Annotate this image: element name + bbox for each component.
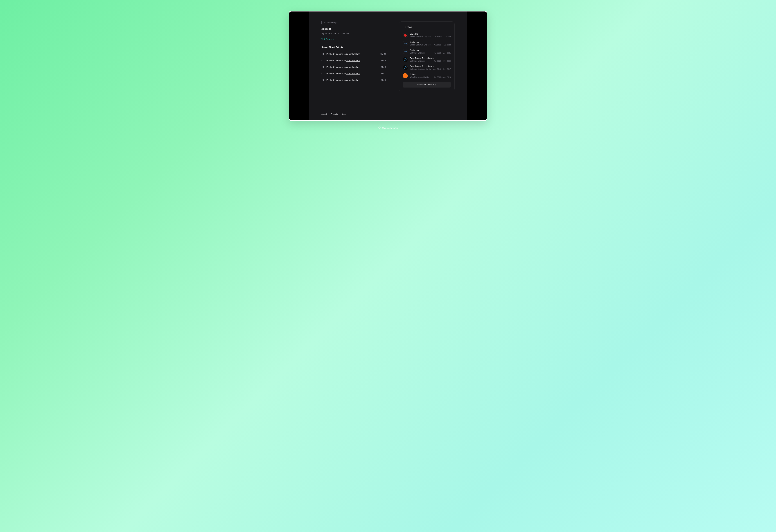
work-company: Datto, Inc. <box>410 49 451 51</box>
code-icon <box>322 72 324 75</box>
company-logo: datto <box>403 49 408 54</box>
activity-heading: Recent Github Activity <box>322 46 386 48</box>
work-item: cxtec CXtec Web Developer Co-Op Jun 2016… <box>403 73 451 78</box>
activity-item: Pushed 1 commit to zandoh/zclabs Mar 2 <box>322 79 386 81</box>
arrow-down-icon: ↓ <box>435 83 436 86</box>
arc-badge-text: Captured with Arc <box>382 127 398 129</box>
left-column: Featured Project zclabs.io My personal p… <box>322 21 386 102</box>
activity-text: Pushed 1 commit to zandoh/zclabs <box>326 79 379 81</box>
page-content: Featured Project zclabs.io My personal p… <box>309 11 467 120</box>
svg-rect-0 <box>403 26 405 28</box>
company-logo: datto <box>403 41 408 46</box>
work-item: datto Datto, Inc. Software Engineer Mar … <box>403 49 451 54</box>
activity-item: Pushed 1 commit to zandoh/zclabs Mar 12 <box>322 53 386 55</box>
activity-text: Pushed 1 commit to zandoh/zclabs <box>326 53 378 55</box>
work-card: Work Bryx, Inc. Senior Software Engineer… <box>399 21 454 92</box>
activity-date: Mar 2 <box>381 72 386 75</box>
work-dates: Oct 2022 — Present <box>435 36 451 38</box>
visit-project-link[interactable]: Visit Project › <box>322 38 334 40</box>
timeline-connector <box>323 56 323 58</box>
work-heading: Work <box>408 26 412 28</box>
footer-link-projects[interactable]: Projects <box>331 113 338 115</box>
project-title: zclabs.io <box>322 27 386 30</box>
work-dates: Jun 2016 — Aug 2016 <box>434 76 451 78</box>
activity-item: Pushed 1 commit to zandoh/zclabs Mar 5 <box>322 59 386 62</box>
download-resume-button[interactable]: Download résumé ↓ <box>403 82 451 87</box>
company-logo <box>403 33 408 38</box>
code-icon <box>322 66 324 68</box>
footer: AboutProjectsUses <box>309 108 467 120</box>
repo-link[interactable]: zandoh/zclabs <box>346 59 360 62</box>
work-role: Senior Software Engineer <box>410 36 431 38</box>
briefcase-icon <box>403 25 406 29</box>
browser-viewport: Featured Project zclabs.io My personal p… <box>289 11 487 120</box>
download-resume-label: Download résumé <box>417 83 434 86</box>
work-item: Bryx, Inc. Senior Software Engineer Oct … <box>403 33 451 38</box>
featured-label: Featured Project <box>322 21 386 24</box>
activity-item: Pushed 1 commit to zandoh/zclabs Mar 2 <box>322 72 386 75</box>
arc-badge: Captured with Arc <box>378 126 398 130</box>
work-role: Software Engineer <box>410 60 425 62</box>
activity-item: Pushed 1 commit to zandoh/zclabs Mar 2 <box>322 66 386 68</box>
footer-link-about[interactable]: About <box>322 113 327 115</box>
chevron-right-icon: › <box>333 38 334 40</box>
repo-link[interactable]: zandoh/zclabs <box>346 53 360 55</box>
activity-date: Mar 5 <box>381 59 386 62</box>
work-item: EagleDream Technologies Software Enginee… <box>403 65 451 70</box>
repo-link[interactable]: zandoh/zclabs <box>346 72 360 75</box>
browser-window-frame: Featured Project zclabs.io My personal p… <box>289 11 487 121</box>
activity-text: Pushed 1 commit to zandoh/zclabs <box>326 72 379 75</box>
work-company: EagleDream Technologies <box>410 65 451 67</box>
work-dates: Aug 2021 — Oct 2022 <box>434 44 451 46</box>
timeline-connector <box>323 75 323 78</box>
work-role: Senior Software Engineer <box>410 44 431 46</box>
work-list: Bryx, Inc. Senior Software Engineer Oct … <box>403 33 451 78</box>
repo-link[interactable]: zandoh/zclabs <box>346 66 360 68</box>
company-logo: cxtec <box>403 73 408 78</box>
company-logo <box>403 57 408 62</box>
work-role: Web Developer Co-Op <box>410 76 429 78</box>
timeline-connector <box>323 62 323 65</box>
work-company: Bryx, Inc. <box>410 33 451 35</box>
code-icon <box>322 79 324 81</box>
work-company: CXtec <box>410 73 451 75</box>
visit-project-text: Visit Project <box>322 38 332 40</box>
work-item: EagleDream Technologies Software Enginee… <box>403 57 451 62</box>
work-role: Software Engineer <box>410 52 425 54</box>
work-company: EagleDream Technologies <box>410 57 451 59</box>
activity-date: Mar 12 <box>380 53 386 55</box>
activity-date: Mar 2 <box>381 79 386 81</box>
work-dates: Aug 2016 — Dec 2017 <box>433 68 450 70</box>
code-icon <box>322 53 324 55</box>
activity-list: Pushed 1 commit to zandoh/zclabs Mar 12 … <box>322 53 386 81</box>
work-dates: Jan 2018 — Feb 2020 <box>434 60 451 62</box>
work-item: datto Datto, Inc. Senior Software Engine… <box>403 41 451 46</box>
arc-logo-icon <box>378 126 381 130</box>
repo-link[interactable]: zandoh/zclabs <box>346 79 360 81</box>
activity-date: Mar 2 <box>381 66 386 68</box>
work-dates: Mar 2020 — Aug 2021 <box>434 52 451 54</box>
work-company: Datto, Inc. <box>410 41 451 43</box>
project-description: My personal portfolio - this site! <box>322 32 386 35</box>
footer-link-uses[interactable]: Uses <box>342 113 346 115</box>
company-logo <box>403 65 408 70</box>
activity-text: Pushed 1 commit to zandoh/zclabs <box>326 59 379 62</box>
work-role: Software Engineer Co-Op <box>410 68 431 70</box>
right-column: Work Bryx, Inc. Senior Software Engineer… <box>399 21 454 102</box>
code-icon <box>322 59 324 62</box>
activity-text: Pushed 1 commit to zandoh/zclabs <box>326 66 379 68</box>
timeline-connector <box>323 69 323 71</box>
